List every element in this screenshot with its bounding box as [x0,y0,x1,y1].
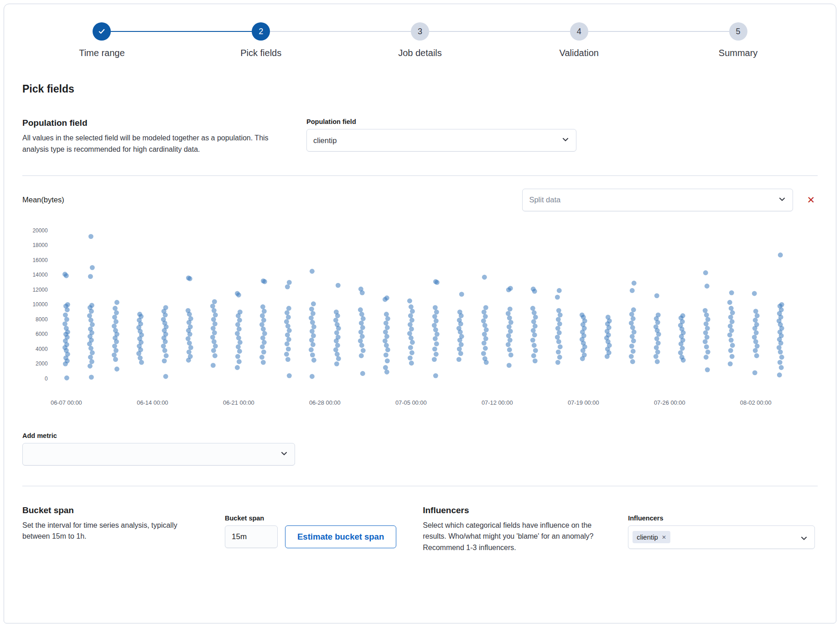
svg-text:07-05 00:00: 07-05 00:00 [395,399,427,406]
remove-influencer-icon[interactable]: ✕ [662,534,666,540]
svg-text:4000: 4000 [36,345,48,352]
step-complete-check-icon [93,22,111,41]
population-field-label: Population field [306,118,576,125]
influencers-description: Select which categorical fields have inf… [423,520,616,554]
step-number: 4 [570,22,588,41]
influencers-combo-box[interactable]: clientip ✕ [628,525,815,549]
chevron-down-icon [561,135,570,145]
svg-text:06-07 00:00: 06-07 00:00 [51,399,82,406]
divider [22,486,818,486]
add-metric-select[interactable] [22,443,295,466]
svg-text:6000: 6000 [36,331,48,337]
svg-text:10000: 10000 [32,301,47,308]
step-job-details: 3 Job details [341,22,500,58]
svg-text:08-02 00:00: 08-02 00:00 [740,399,772,406]
svg-text:2000: 2000 [36,360,48,367]
add-metric-section: Add metric [22,432,818,466]
svg-text:14000: 14000 [32,272,47,278]
step-connector [499,31,570,32]
bucket-span-field-label: Bucket span [225,515,396,522]
estimate-bucket-span-button[interactable]: Estimate bucket span [285,525,396,548]
svg-text:06-28 00:00: 06-28 00:00 [309,399,341,406]
svg-text:06-21 00:00: 06-21 00:00 [223,399,254,406]
svg-text:18000: 18000 [32,242,47,248]
svg-text:8000: 8000 [36,316,48,322]
chevron-down-icon [800,534,808,544]
step-label: Time range [79,48,124,58]
step-number: 5 [729,22,747,41]
population-description: All values in the selected field will be… [22,133,294,155]
step-connector [341,31,411,32]
step-number: 3 [411,22,429,41]
step-label: Summary [719,48,758,58]
step-connector [659,31,729,32]
svg-text:12000: 12000 [32,286,47,293]
split-data-placeholder: Split data [529,196,560,204]
add-metric-label: Add metric [22,432,818,439]
svg-text:07-12 00:00: 07-12 00:00 [482,399,513,406]
wizard-card: Time range 2 Pick fields 3 Job details 4… [4,4,836,623]
step-label: Validation [560,48,599,58]
step-number: 2 [252,22,270,41]
svg-text:07-19 00:00: 07-19 00:00 [568,399,599,406]
step-connector [429,31,499,32]
svg-text:0: 0 [45,375,48,381]
population-section: Population field All values in the selec… [22,118,818,155]
metric-section-header: Mean(bytes) Split data ✕ [22,189,818,211]
step-label: Job details [398,48,442,58]
step-connector [111,31,181,32]
step-summary: 5 Summary [659,22,818,58]
svg-text:16000: 16000 [32,257,47,263]
split-data-select[interactable]: Split data [522,189,793,211]
step-validation: 4 Validation [499,22,659,58]
chevron-down-icon [280,449,288,459]
svg-text:20000: 20000 [32,227,47,233]
chevron-down-icon [778,195,786,205]
population-field-select[interactable]: clientip [306,129,576,152]
step-connector [270,31,340,32]
influencer-tag-label: clientip [637,533,658,541]
bucket-span-heading: Bucket span [22,505,205,515]
divider [22,175,818,176]
bucket-span-description: Set the interval for time series analysi… [22,520,205,543]
bucket-span-input[interactable] [225,525,278,548]
influencers-heading: Influencers [423,505,616,515]
remove-metric-icon[interactable]: ✕ [807,195,815,205]
influencer-tag: clientip ✕ [633,531,670,543]
step-time-range[interactable]: Time range [22,22,181,58]
bottom-section: Bucket span Set the interval for time se… [22,505,818,554]
scatter-chart: 2000018000160001400012000100008000600040… [22,223,818,418]
step-connector [588,31,659,32]
svg-text:07-26 00:00: 07-26 00:00 [654,399,685,406]
step-connector [181,31,252,32]
step-pick-fields[interactable]: 2 Pick fields [181,22,341,58]
svg-text:06-14 00:00: 06-14 00:00 [137,399,168,406]
population-field-value: clientip [313,136,337,145]
metric-scatter-chart-container: 2000018000160001400012000100008000600040… [22,223,818,418]
step-label: Pick fields [240,48,281,58]
wizard-steps: Time range 2 Pick fields 3 Job details 4… [22,4,818,58]
influencers-field-label: Influencers [628,515,815,522]
page-title: Pick fields [22,83,818,95]
population-heading: Population field [22,118,294,128]
metric-title: Mean(bytes) [22,196,64,204]
